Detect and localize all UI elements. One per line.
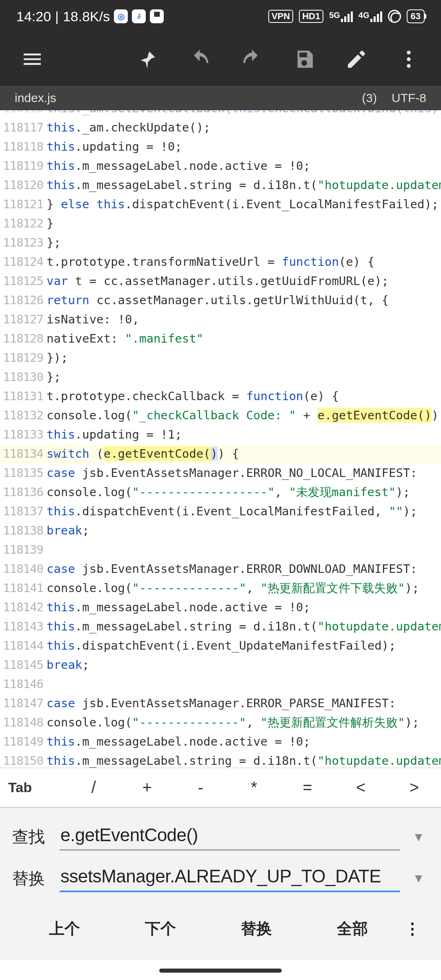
line-number: 118122 <box>0 214 47 233</box>
code-content: case jsb.EventAssetsManager.ERROR_PARSE_… <box>47 694 441 713</box>
line-number: 118143 <box>0 617 47 636</box>
line-number: 118134 <box>0 444 47 463</box>
file-encoding: UTF-8 <box>392 91 426 105</box>
line-number: 118133 <box>0 425 47 444</box>
code-line[interactable]: 118138break; <box>0 521 441 540</box>
find-history-dropdown[interactable]: ▼ <box>408 827 429 847</box>
code-line[interactable]: 118121} else this.dispatchEvent(i.Event_… <box>0 195 441 214</box>
line-number: 118132 <box>0 406 47 425</box>
code-line[interactable]: 118141console.log("--------------", "热更新… <box>0 579 441 598</box>
code-line[interactable]: 118122} <box>0 214 441 233</box>
symbol-key-/[interactable]: / <box>67 778 120 797</box>
pin-button[interactable] <box>131 43 163 75</box>
line-number: 118140 <box>0 559 47 579</box>
home-indicator[interactable] <box>159 969 282 973</box>
code-line[interactable]: 118149this.m_messageLabel.node.active = … <box>0 732 441 751</box>
more-button[interactable] <box>393 43 425 75</box>
battery-indicator: 63 <box>407 9 425 23</box>
save-button[interactable] <box>288 43 320 75</box>
code-line[interactable]: 118129}); <box>0 348 441 368</box>
code-line[interactable]: 118136console.log("------------------", … <box>0 483 441 502</box>
symbol-key-tab[interactable]: Tab <box>0 780 67 795</box>
line-number: 118149 <box>0 732 47 751</box>
replace-all-button[interactable]: 全部 <box>304 918 400 939</box>
code-line[interactable]: 118133this.updating = !1; <box>0 425 441 444</box>
find-options-button[interactable]: ⋮ <box>400 920 425 938</box>
line-number: 118145 <box>0 655 47 675</box>
undo-button[interactable] <box>184 43 216 75</box>
code-line[interactable]: 118123}; <box>0 233 441 252</box>
code-line[interactable]: 118125var t = cc.assetManager.utils.getU… <box>0 272 441 291</box>
code-line[interactable]: 118127isNative: !0, <box>0 310 441 329</box>
line-number: 118120 <box>0 176 47 195</box>
code-content: var t = cc.assetManager.utils.getUuidFro… <box>47 272 441 291</box>
line-number: 118138 <box>0 521 47 540</box>
line-number: 118135 <box>0 463 47 483</box>
code-content: this.dispatchEvent(i.Event_UpdateManifes… <box>47 636 441 655</box>
replace-one-button[interactable]: 替换 <box>208 918 304 939</box>
symbol-key-*[interactable]: * <box>227 778 281 797</box>
code-content: } else this.dispatchEvent(i.Event_LocalM… <box>47 195 441 214</box>
code-line[interactable]: 118126return cc.assetManager.utils.getUr… <box>0 291 441 310</box>
menu-button[interactable] <box>16 43 48 75</box>
code-line[interactable]: 118140case jsb.EventAssetsManager.ERROR_… <box>0 559 441 579</box>
code-line[interactable]: 118118this.updating = !0; <box>0 137 441 156</box>
code-line[interactable]: 118147case jsb.EventAssetsManager.ERROR_… <box>0 694 441 713</box>
symbol-key-=[interactable]: = <box>281 778 334 797</box>
code-content: this.m_messageLabel.string = d.i18n.t("h… <box>47 617 441 636</box>
line-number: 118116 <box>0 110 47 118</box>
line-number: 118142 <box>0 598 47 617</box>
replace-history-dropdown[interactable]: ▼ <box>408 868 429 889</box>
code-content: this.dispatchEvent(i.Event_LocalManifest… <box>47 502 441 521</box>
code-content <box>47 675 441 694</box>
code-line[interactable]: 118139 <box>0 540 441 559</box>
code-line[interactable]: 118150this.m_messageLabel.string = d.i18… <box>0 751 441 768</box>
svg-point-1 <box>407 57 410 61</box>
find-input[interactable] <box>60 823 400 851</box>
replace-input[interactable] <box>60 864 400 892</box>
code-line[interactable]: 118144this.dispatchEvent(i.Event_UpdateM… <box>0 636 441 655</box>
code-line[interactable]: 118116this._am.setEventCallback(this.che… <box>0 110 441 118</box>
code-line[interactable]: 118146 <box>0 675 441 694</box>
line-number: 118137 <box>0 502 47 521</box>
code-line[interactable]: 118143this.m_messageLabel.string = d.i18… <box>0 617 441 636</box>
redo-button[interactable] <box>236 43 268 75</box>
next-match-button[interactable]: 下个 <box>112 918 208 939</box>
code-content: nativeExt: ".manifest" <box>47 329 441 348</box>
code-line[interactable]: 118142this.m_messageLabel.node.active = … <box>0 598 441 617</box>
code-line[interactable]: 118120this.m_messageLabel.string = d.i18… <box>0 176 441 195</box>
line-number: 118126 <box>0 291 47 310</box>
code-content: break; <box>47 521 441 540</box>
code-content: console.log("--------------", "热更新配置文件解析… <box>47 713 441 732</box>
line-number: 118141 <box>0 579 47 598</box>
code-line[interactable]: 118130}; <box>0 368 441 387</box>
code-line[interactable]: 118131t.prototype.checkCallback = functi… <box>0 387 441 406</box>
symbol-key--[interactable]: - <box>174 778 227 797</box>
code-line[interactable]: 118137this.dispatchEvent(i.Event_LocalMa… <box>0 502 441 521</box>
code-line[interactable]: 118148console.log("--------------", "热更新… <box>0 713 441 732</box>
prev-match-button[interactable]: 上个 <box>16 918 112 939</box>
code-content: this.m_messageLabel.node.active = !0; <box>47 732 441 751</box>
line-number: 118121 <box>0 195 47 214</box>
find-replace-panel: 查找 ▼ 替换 ▼ 上个 下个 替换 全部 ⋮ <box>0 807 441 960</box>
symbol-key-<[interactable]: < <box>334 778 388 797</box>
code-line[interactable]: 118132console.log("_checkCallback Code: … <box>0 406 441 425</box>
line-number: 118130 <box>0 368 47 387</box>
symbol-key->[interactable]: > <box>388 778 441 797</box>
code-line[interactable]: 118124t.prototype.transformNativeUrl = f… <box>0 252 441 272</box>
symbol-key-+[interactable]: + <box>120 778 174 797</box>
code-line[interactable]: 118145break; <box>0 655 441 675</box>
code-content: switch (e.getEventCode()) { <box>47 444 441 463</box>
line-number: 118146 <box>0 675 47 694</box>
status-bar: 14:20 | 18.8K/s ◎ ៛ ▀ VPN HD1 5G 4G 63 <box>0 0 441 33</box>
code-line[interactable]: 118128nativeExt: ".manifest" <box>0 329 441 348</box>
code-line[interactable]: 118119this.m_messageLabel.node.active = … <box>0 156 441 176</box>
code-line[interactable]: 118134switch (e.getEventCode()) { <box>0 444 441 463</box>
code-editor[interactable]: 118116this._am.setEventCallback(this.che… <box>0 110 441 768</box>
edit-button[interactable] <box>341 43 372 75</box>
file-name: index.js <box>15 91 56 105</box>
line-number: 118139 <box>0 540 47 559</box>
code-line[interactable]: 118135case jsb.EventAssetsManager.ERROR_… <box>0 463 441 483</box>
code-line[interactable]: 118117this._am.checkUpdate(); <box>0 118 441 137</box>
code-content: }; <box>47 233 441 252</box>
